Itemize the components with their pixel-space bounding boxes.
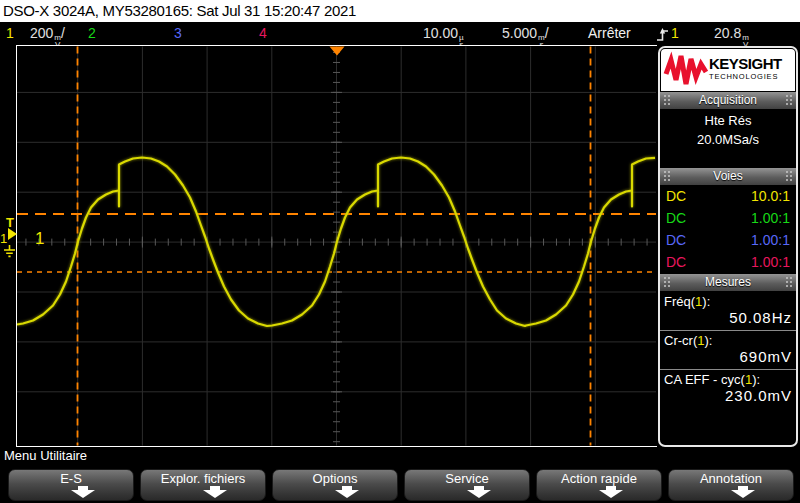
softkey-es[interactable]: E-S <box>8 469 134 501</box>
acquisition-info: Hte Rés 20.0MSa/s <box>660 109 796 147</box>
status-bar: 1 200mV/ 2 3 4 10.00µs 5.000ms/ Arrêter … <box>0 22 800 45</box>
trigger-level-readout[interactable]: 20.8mV <box>714 25 749 48</box>
keysight-logo: KEYSIGHT TECHNOLOGIES <box>661 49 795 91</box>
channel1-trace-label: 1 <box>35 229 44 249</box>
keysight-logo-text: KEYSIGHT TECHNOLOGIES <box>709 56 782 81</box>
channel1-button[interactable]: 1 <box>6 25 14 41</box>
trigger-level-marker-icon[interactable] <box>8 228 17 240</box>
oscilloscope-screen: DSO-X 3024A, MY53280165: Sat Jul 31 15:2… <box>0 0 800 503</box>
scope-graticule <box>17 46 656 446</box>
per-div-slash: / <box>61 25 65 41</box>
measurements-list: Fréq(1): 50.08Hz Cr-cr(1): 690mV CA EFF … <box>660 292 796 408</box>
channel3-row[interactable]: DC1.00:1 <box>660 229 796 251</box>
channel2-row[interactable]: DC1.00:1 <box>660 207 796 229</box>
measurement-value: 50.08Hz <box>664 309 792 327</box>
channel1-row[interactable]: DC10.0:1 <box>660 185 796 207</box>
channel4-button[interactable]: 4 <box>259 25 267 41</box>
grip-icon <box>786 171 792 182</box>
measurement-value: 690mV <box>664 348 792 366</box>
softkey-service[interactable]: Service <box>404 469 530 501</box>
grip-icon <box>664 277 670 288</box>
channel1-ground-marker[interactable]: 1 <box>0 231 7 246</box>
grip-icon <box>664 95 670 106</box>
channel3-button[interactable]: 3 <box>174 25 182 41</box>
sidebar-panel: KEYSIGHT TECHNOLOGIES Acquisition Hte Ré… <box>658 46 798 447</box>
measurements-section-header[interactable]: Mesures <box>660 274 796 291</box>
sample-rate: 20.0MSa/s <box>660 132 796 147</box>
channel2-button[interactable]: 2 <box>88 25 96 41</box>
acquisition-mode: Hte Rés <box>660 113 796 128</box>
channel1-scale-value: 200 <box>30 25 53 41</box>
softkey-options[interactable]: Options <box>272 469 398 501</box>
grip-icon <box>664 171 670 182</box>
measurement-frequency: Fréq(1): 50.08Hz <box>660 292 796 331</box>
rising-edge-trigger-icon <box>656 26 669 42</box>
run-state-indicator[interactable]: Arrêter <box>588 25 631 41</box>
channels-section-header[interactable]: Voies <box>660 168 796 185</box>
ground-icon <box>3 245 16 259</box>
measurement-peak-to-peak: Cr-cr(1): 690mV <box>660 331 796 370</box>
softkey-annotation[interactable]: Annotation <box>668 469 794 501</box>
instrument-id-text: DSO-X 3024A, MY53280165: Sat Jul 31 15:2… <box>3 2 356 19</box>
acquisition-section-header[interactable]: Acquisition <box>660 92 796 109</box>
channel4-row[interactable]: DC1.00:1 <box>660 251 796 273</box>
grip-icon <box>786 95 792 106</box>
keysight-spark-icon <box>663 50 709 90</box>
channels-list: DC10.0:1 DC1.00:1 DC1.00:1 DC1.00:1 <box>660 185 796 273</box>
measurement-ac-rms: CA EFF - cyc(1): 230.0mV <box>660 370 796 408</box>
softkey-action-rapide[interactable]: Action rapide <box>536 469 662 501</box>
trigger-source-indicator[interactable]: 1 <box>671 25 679 41</box>
measurement-value: 230.0mV <box>664 387 792 405</box>
grip-icon <box>786 277 792 288</box>
menu-title: Menu Utilitaire <box>4 448 87 463</box>
title-bar: DSO-X 3024A, MY53280165: Sat Jul 31 15:2… <box>0 0 800 22</box>
softkey-explorer-fichiers[interactable]: Explor. fichiers <box>140 469 266 501</box>
